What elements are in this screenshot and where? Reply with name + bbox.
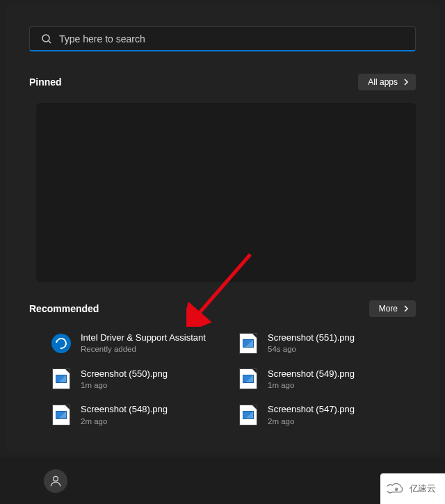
recommended-item[interactable]: Screenshot (548).png 2m ago — [51, 404, 225, 426]
search-icon — [41, 33, 52, 44]
all-apps-label: All apps — [368, 77, 398, 87]
more-button[interactable]: More — [369, 300, 416, 317]
recommended-item-title: Screenshot (549).png — [268, 368, 355, 380]
recommended-item[interactable]: Intel Driver & Support Assistant Recentl… — [51, 332, 225, 355]
bottom-bar — [0, 457, 445, 504]
svg-point-5 — [394, 487, 398, 491]
recommended-item-subtitle: 2m ago — [268, 416, 355, 426]
image-file-icon — [238, 334, 258, 353]
recommended-item-title: Screenshot (547).png — [268, 404, 355, 415]
all-apps-button[interactable]: All apps — [358, 74, 416, 90]
watermark-text: 亿速云 — [410, 482, 436, 495]
watermark-logo-icon — [387, 481, 405, 496]
recommended-item-title: Intel Driver & Support Assistant — [81, 332, 206, 343]
pinned-title: Pinned — [29, 76, 62, 88]
search-input[interactable]: Type here to search — [29, 26, 416, 51]
watermark: 亿速云 — [380, 473, 446, 504]
svg-line-1 — [49, 41, 51, 43]
image-file-icon — [238, 405, 258, 425]
image-file-icon — [238, 369, 258, 389]
svg-point-6 — [395, 488, 396, 489]
recommended-item-subtitle: 1m ago — [268, 380, 355, 390]
search-placeholder: Type here to search — [59, 33, 145, 44]
recommended-item-title: Screenshot (551).png — [268, 332, 355, 343]
pinned-apps-area — [36, 103, 416, 282]
user-icon — [49, 474, 63, 488]
recommended-item-title: Screenshot (548).png — [81, 404, 168, 415]
recommended-header: Recommended More — [6, 300, 439, 317]
chevron-right-icon — [402, 304, 410, 313]
image-file-icon — [51, 405, 71, 425]
recommended-item-subtitle: 2m ago — [81, 416, 168, 426]
recommended-item-subtitle: 1m ago — [81, 380, 168, 390]
chevron-right-icon — [402, 78, 410, 86]
start-menu-panel: Type here to search Pinned All apps Reco… — [6, 6, 439, 452]
more-label: More — [379, 304, 398, 314]
recommended-title: Recommended — [29, 303, 99, 314]
recommended-item-subtitle: Recently added — [81, 344, 206, 354]
recommended-item[interactable]: Screenshot (547).png 2m ago — [238, 404, 412, 426]
recommended-item-title: Screenshot (550).png — [81, 368, 168, 380]
pinned-header: Pinned All apps — [6, 74, 439, 90]
recommended-item[interactable]: Screenshot (549).png 1m ago — [238, 368, 412, 391]
recommended-item[interactable]: Screenshot (550).png 1m ago — [51, 368, 225, 391]
recommended-item-subtitle: 54s ago — [268, 344, 355, 354]
recommended-item[interactable]: Screenshot (551).png 54s ago — [238, 332, 412, 355]
svg-point-4 — [54, 476, 58, 481]
image-file-icon — [51, 369, 71, 389]
user-profile-button[interactable] — [44, 469, 67, 493]
svg-point-0 — [42, 35, 49, 42]
intel-icon — [51, 334, 71, 353]
recommended-grid: Intel Driver & Support Assistant Recentl… — [6, 317, 439, 426]
